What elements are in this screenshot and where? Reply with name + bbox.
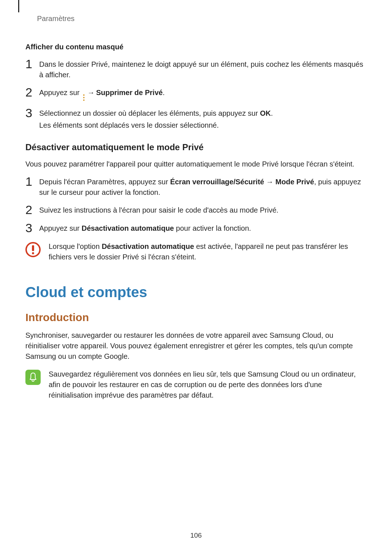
step-number: 2	[25, 86, 39, 98]
step-2-2: 2 Suivez les instructions à l'écran pour…	[25, 205, 367, 216]
step-1-1: 1 Dans le dossier Privé, maintenez le do…	[25, 59, 367, 80]
text-prefix: Appuyez sur	[39, 89, 82, 97]
page-content: Paramètres Afficher du contenu masqué 1 …	[0, 0, 392, 430]
page-side-marker	[18, 0, 19, 12]
step-number: 3	[25, 222, 39, 234]
step-number: 2	[25, 204, 39, 216]
text: Lorsque l'option	[49, 242, 102, 250]
arrow-right-icon: →	[86, 89, 96, 97]
text: pour activer la fonction.	[174, 224, 251, 232]
text: .	[271, 109, 273, 117]
callout-text: Sauvegardez régulièrement vos données en…	[49, 369, 367, 401]
step-number: 1	[25, 58, 39, 70]
text-bold: Supprimer de Privé	[96, 89, 163, 97]
step-number: 1	[25, 175, 39, 188]
heading-cloud-comptes: Cloud et comptes	[25, 284, 367, 300]
callout-text: Lorsque l'option Désactivation automatiq…	[49, 241, 367, 262]
step-text: Sélectionnez un dossier où déplacer les …	[39, 108, 367, 131]
text-bold: Mode Privé	[275, 178, 314, 186]
heading-desactiver-mode-prive: Désactiver automatiquement le mode Privé	[25, 142, 367, 152]
step-number: 3	[25, 107, 39, 119]
step-text: Suivez les instructions à l'écran pour s…	[39, 205, 367, 216]
step-text: Depuis l'écran Paramètres, appuyez sur É…	[39, 177, 367, 198]
step-text: Appuyez sur Désactivation automatique po…	[39, 223, 367, 234]
heading-afficher-contenu: Afficher du contenu masqué	[25, 43, 367, 51]
text-bold: Désactivation automatique	[82, 224, 174, 232]
text-suffix: .	[163, 89, 165, 97]
intro-text: Synchroniser, sauvegarder ou restaurer l…	[25, 330, 367, 362]
more-options-icon	[83, 94, 85, 101]
warning-icon	[25, 242, 41, 257]
text: Appuyez sur	[39, 224, 82, 232]
text: Sélectionnez un dossier où déplacer les …	[39, 109, 260, 117]
heading-introduction: Introduction	[25, 311, 367, 324]
breadcrumb: Paramètres	[37, 15, 367, 23]
text-bold: Écran verrouillage/Sécurité	[170, 178, 264, 186]
text: Depuis l'écran Paramètres, appuyez sur	[39, 178, 170, 186]
step-2-1: 1 Depuis l'écran Paramètres, appuyez sur…	[25, 177, 367, 198]
callout-info: Sauvegardez régulièrement vos données en…	[25, 369, 367, 401]
step-text: Dans le dossier Privé, maintenez le doig…	[39, 59, 367, 80]
step-text: Appuyez sur →Supprimer de Privé.	[39, 87, 367, 101]
page-number: 106	[0, 532, 392, 539]
callout-warning: Lorsque l'option Désactivation automatiq…	[25, 241, 367, 262]
step-1-2: 2 Appuyez sur →Supprimer de Privé.	[25, 87, 367, 101]
step-1-3: 3 Sélectionnez un dossier où déplacer le…	[25, 108, 367, 131]
step-2-3: 3 Appuyez sur Désactivation automatique …	[25, 223, 367, 234]
text-bold: OK	[260, 109, 271, 117]
text-line2: Les éléments sont déplacés vers le dossi…	[39, 120, 367, 131]
info-bell-icon	[25, 370, 41, 385]
text-bold: Désactivation automatique	[102, 242, 194, 250]
arrow-right-icon: →	[264, 178, 275, 186]
intro-text: Vous pouvez paramétrer l'appareil pour q…	[25, 159, 367, 169]
